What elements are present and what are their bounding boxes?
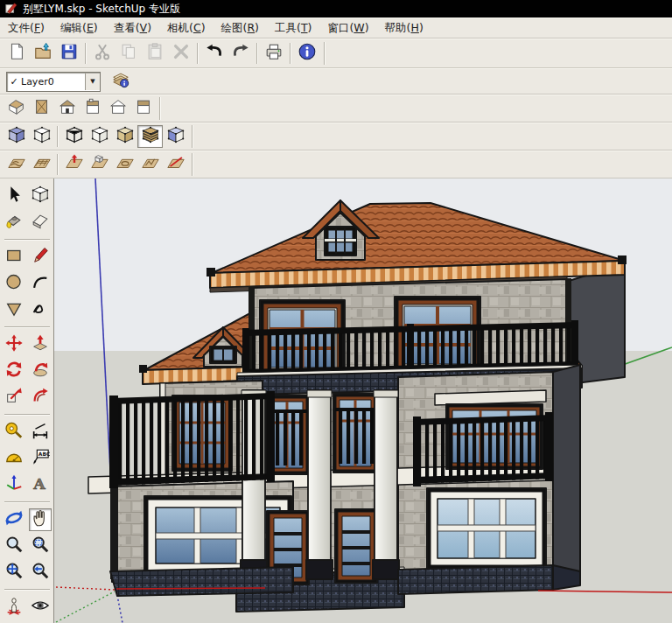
redo-button[interactable]: [228, 41, 254, 66]
palette-row: [3, 386, 52, 409]
arc-button[interactable]: [29, 272, 52, 295]
shaded-with-textures-button[interactable]: [137, 125, 163, 148]
shaded-button[interactable]: [112, 125, 137, 148]
save-button[interactable]: [56, 41, 82, 66]
protractor-icon: [4, 447, 24, 470]
follow-me-button[interactable]: [29, 360, 52, 382]
left-button[interactable]: [105, 97, 130, 120]
from-scratch-button[interactable]: [29, 153, 54, 176]
text-icon: ABC: [31, 447, 50, 470]
menu-item-help[interactable]: 帮助(H): [377, 21, 431, 36]
model-info-button[interactable]: [294, 41, 320, 66]
style-textured-icon: [141, 125, 160, 148]
dimension-button[interactable]: [29, 421, 52, 444]
back-edges-button[interactable]: [29, 125, 54, 148]
drape-button[interactable]: [112, 153, 137, 176]
smoove-button[interactable]: [61, 153, 87, 176]
right-button[interactable]: [130, 97, 156, 120]
freehand-button[interactable]: [29, 298, 52, 321]
copy-button[interactable]: [116, 41, 142, 66]
palette-row: [3, 508, 52, 531]
eraser-icon: [31, 211, 50, 234]
palette-row: [3, 246, 52, 269]
rectangle-button[interactable]: [3, 246, 25, 269]
paint-bucket-button[interactable]: [3, 211, 25, 234]
iso-button[interactable]: [4, 97, 29, 120]
freehand-icon: [31, 298, 50, 321]
protractor-button[interactable]: [3, 447, 25, 470]
zoom-extents-button[interactable]: [3, 561, 25, 584]
push-pull-button[interactable]: [29, 333, 52, 356]
add-detail-button[interactable]: [137, 153, 163, 176]
print-button[interactable]: [261, 41, 287, 66]
component-icon: [31, 185, 50, 207]
text-button[interactable]: ABC: [29, 447, 52, 470]
palette-row: [3, 272, 52, 295]
layer-manager-button[interactable]: [108, 69, 134, 94]
plinth-left: [110, 567, 293, 596]
zoom-button[interactable]: [3, 535, 25, 557]
front-button[interactable]: [54, 97, 80, 120]
layer-dropdown[interactable]: ✓ Layer0 ▼: [6, 72, 101, 92]
pan-icon: [31, 508, 50, 531]
back-button[interactable]: [80, 97, 105, 120]
open-button[interactable]: [30, 41, 56, 66]
paste-button[interactable]: [142, 41, 168, 66]
sandbox-smoove-icon: [65, 153, 84, 176]
hidden-line-button[interactable]: [87, 125, 112, 148]
wireframe-button[interactable]: [61, 125, 87, 148]
style-hidden-line-icon: [90, 125, 109, 148]
new-button[interactable]: [4, 41, 30, 66]
paint-bucket-icon: [4, 211, 24, 234]
scale-button[interactable]: [3, 386, 25, 409]
toolbar-separator: [57, 126, 59, 147]
orbit-button[interactable]: [3, 508, 25, 531]
position-camera-button[interactable]: [3, 596, 25, 619]
xray-button[interactable]: [4, 125, 29, 148]
layer-dropdown-arrow[interactable]: ▼: [85, 74, 100, 90]
circle-button[interactable]: [3, 272, 25, 295]
from-contours-button[interactable]: [4, 153, 29, 176]
tape-measure-button[interactable]: [3, 421, 25, 444]
menu-item-window[interactable]: 窗口(W): [319, 21, 376, 36]
line-button[interactable]: [29, 246, 52, 269]
axes-button[interactable]: [3, 473, 25, 496]
move-button[interactable]: [3, 333, 25, 356]
svg-text:ABC: ABC: [38, 451, 49, 457]
menubar: 文件(F)编辑(E)查看(V)相机(C)绘图(R)工具(T)窗口(W)帮助(H): [0, 18, 672, 38]
menu-item-file[interactable]: 文件(F): [0, 21, 52, 36]
position-camera-icon: [4, 596, 24, 619]
menu-item-tools[interactable]: 工具(T): [267, 21, 319, 36]
flip-edge-button[interactable]: [163, 153, 188, 176]
layer-manager-icon: [111, 70, 130, 93]
top-button[interactable]: [29, 97, 54, 120]
menu-item-edit[interactable]: 编辑(E): [52, 21, 106, 36]
make-component-button[interactable]: [29, 185, 52, 207]
menu-item-view[interactable]: 查看(V): [106, 21, 159, 36]
zoom-window-button[interactable]: [29, 535, 52, 557]
zoom-previous-button[interactable]: [29, 561, 52, 584]
rotate-button[interactable]: [3, 360, 25, 382]
cut-button[interactable]: [89, 41, 116, 66]
palette-row: [3, 298, 52, 321]
sketchup-logo-icon: [5, 2, 18, 17]
polygon-button[interactable]: [3, 298, 25, 321]
pan-button[interactable]: [29, 508, 52, 531]
3d-text-button[interactable]: A: [29, 473, 52, 496]
layer-visible-check: ✓: [7, 76, 21, 88]
viewport-canvas[interactable]: [54, 178, 672, 623]
push-pull-icon: [31, 333, 50, 356]
undo-button[interactable]: [201, 41, 228, 66]
erase-button[interactable]: [168, 41, 194, 66]
rotate-icon: [4, 360, 24, 382]
offset-button[interactable]: [29, 386, 52, 409]
eraser-button[interactable]: [29, 211, 52, 234]
menu-item-camera[interactable]: 相机(C): [159, 21, 214, 36]
stamp-button[interactable]: [87, 153, 112, 176]
model-info-icon: [298, 42, 317, 65]
monochrome-button[interactable]: [163, 125, 188, 148]
menu-item-draw[interactable]: 绘图(R): [214, 21, 267, 36]
look-around-button[interactable]: [29, 596, 52, 619]
toolbar-separator: [85, 43, 87, 64]
select-button[interactable]: [3, 185, 25, 207]
